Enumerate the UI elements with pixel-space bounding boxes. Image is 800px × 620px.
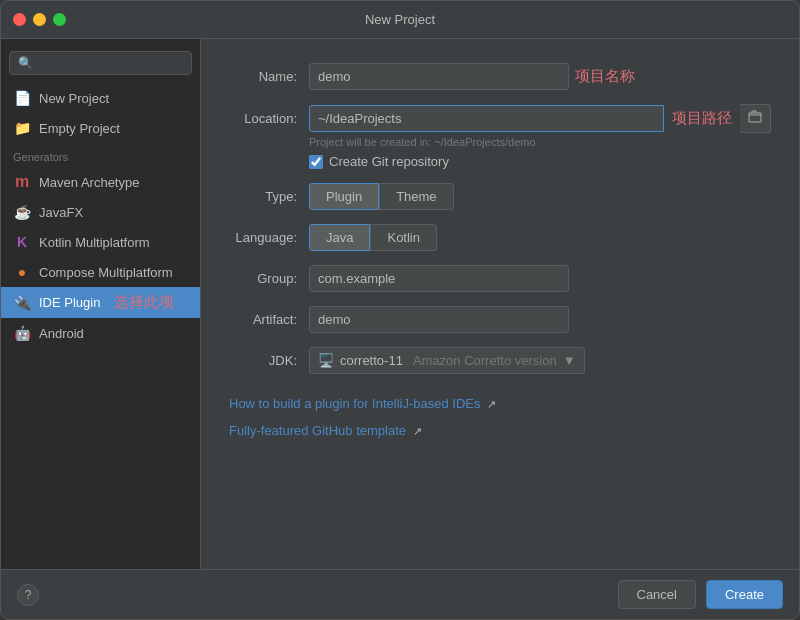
window-title: New Project <box>365 12 435 27</box>
sidebar-item-javafx[interactable]: ☕ JavaFX <box>1 197 200 227</box>
android-icon: 🤖 <box>13 324 31 342</box>
type-plugin-btn[interactable]: Plugin <box>309 183 379 210</box>
search-box[interactable]: 🔍 <box>9 51 192 75</box>
link1-arrow-icon: ↗ <box>487 398 496 410</box>
sidebar-item-label: IDE Plugin <box>39 295 100 310</box>
location-row: Location: 项目路径 <box>229 104 771 133</box>
generators-section-label: Generators <box>1 143 200 167</box>
git-row: Create Git repository <box>309 154 771 169</box>
language-label: Language: <box>229 230 309 245</box>
search-icon: 🔍 <box>18 56 33 70</box>
link-row-1: How to build a plugin for IntelliJ-based… <box>229 396 771 411</box>
help-icon: ? <box>25 588 32 602</box>
compose-icon: ● <box>13 263 31 281</box>
jdk-dropdown[interactable]: 🖥️ corretto-11 Amazon Corretto version ▼ <box>309 347 585 374</box>
create-button[interactable]: Create <box>706 580 783 609</box>
jdk-row: JDK: 🖥️ corretto-11 Amazon Corretto vers… <box>229 347 771 374</box>
ide-plugin-annotation: 选择此项 <box>114 293 174 312</box>
name-annotation: 项目名称 <box>575 67 635 86</box>
content-area: 🔍 📄 New Project 📁 Empty Project Generato… <box>1 39 799 569</box>
type-row: Type: Plugin Theme <box>229 183 771 210</box>
location-section: Location: 项目路径 Project will be created i… <box>229 104 771 148</box>
sidebar-item-ide-plugin[interactable]: 🔌 IDE Plugin 选择此项 <box>1 287 200 318</box>
traffic-lights <box>13 13 66 26</box>
titlebar: New Project <box>1 1 799 39</box>
group-input[interactable] <box>309 265 569 292</box>
name-input[interactable] <box>309 63 569 90</box>
name-row: Name: 项目名称 <box>229 63 771 90</box>
name-label: Name: <box>229 69 309 84</box>
close-button[interactable] <box>13 13 26 26</box>
jdk-description: Amazon Corretto version <box>413 353 557 368</box>
link-row-2: Fully-featured GitHub template ↗ <box>229 423 771 438</box>
jdk-value: corretto-11 <box>340 353 403 368</box>
artifact-row: Artifact: <box>229 306 771 333</box>
sidebar-item-label: New Project <box>39 91 109 106</box>
sidebar-item-compose-multiplatform[interactable]: ● Compose Multiplatform <box>1 257 200 287</box>
ide-plugin-icon: 🔌 <box>13 294 31 312</box>
path-hint: Project will be created in: ~/IdeaProjec… <box>309 136 536 148</box>
location-input-group: 项目路径 <box>309 104 771 133</box>
language-btn-group: Java Kotlin <box>309 224 437 251</box>
maven-icon: m <box>13 173 31 191</box>
sidebar-item-label: Compose Multiplatform <box>39 265 173 280</box>
empty-project-icon: 📁 <box>13 119 31 137</box>
type-label: Type: <box>229 189 309 204</box>
cancel-button[interactable]: Cancel <box>618 580 696 609</box>
sidebar-item-label: Kotlin Multiplatform <box>39 235 150 250</box>
language-kotlin-btn[interactable]: Kotlin <box>370 224 437 251</box>
sidebar: 🔍 📄 New Project 📁 Empty Project Generato… <box>1 39 201 569</box>
sidebar-item-maven[interactable]: m Maven Archetype <box>1 167 200 197</box>
new-project-window: New Project 🔍 📄 New Project 📁 Empty Proj… <box>0 0 800 620</box>
language-java-btn[interactable]: Java <box>309 224 370 251</box>
jdk-arrow-icon: ▼ <box>563 353 576 368</box>
sidebar-item-android[interactable]: 🤖 Android <box>1 318 200 348</box>
artifact-label: Artifact: <box>229 312 309 327</box>
git-checkbox[interactable] <box>309 155 323 169</box>
kotlin-icon: K <box>13 233 31 251</box>
language-row: Language: Java Kotlin <box>229 224 771 251</box>
link-intellij[interactable]: How to build a plugin for IntelliJ-based… <box>229 396 480 411</box>
sidebar-item-label: Empty Project <box>39 121 120 136</box>
sidebar-item-new-project[interactable]: 📄 New Project <box>1 83 200 113</box>
location-label: Location: <box>229 111 309 126</box>
type-theme-btn[interactable]: Theme <box>379 183 453 210</box>
sidebar-item-label: Android <box>39 326 84 341</box>
maximize-button[interactable] <box>53 13 66 26</box>
sidebar-item-label: JavaFX <box>39 205 83 220</box>
artifact-input[interactable] <box>309 306 569 333</box>
minimize-button[interactable] <box>33 13 46 26</box>
new-project-icon: 📄 <box>13 89 31 107</box>
location-annotation: 项目路径 <box>672 109 732 128</box>
group-label: Group: <box>229 271 309 286</box>
link-github-template[interactable]: Fully-featured GitHub template <box>229 423 406 438</box>
main-panel: Name: 项目名称 Location: 项目路径 Project wil <box>201 39 799 569</box>
sidebar-item-label: Maven Archetype <box>39 175 139 190</box>
sidebar-item-kotlin-multiplatform[interactable]: K Kotlin Multiplatform <box>1 227 200 257</box>
footer: ? Cancel Create <box>1 569 799 619</box>
sidebar-item-empty-project[interactable]: 📁 Empty Project <box>1 113 200 143</box>
jdk-icon: 🖥️ <box>318 353 334 368</box>
help-button[interactable]: ? <box>17 584 39 606</box>
jdk-label: JDK: <box>229 353 309 368</box>
location-input[interactable] <box>309 105 664 132</box>
type-btn-group: Plugin Theme <box>309 183 454 210</box>
group-row: Group: <box>229 265 771 292</box>
link2-arrow-icon: ↗ <box>413 425 422 437</box>
git-label: Create Git repository <box>329 154 449 169</box>
browse-button[interactable] <box>740 104 771 133</box>
javafx-icon: ☕ <box>13 203 31 221</box>
